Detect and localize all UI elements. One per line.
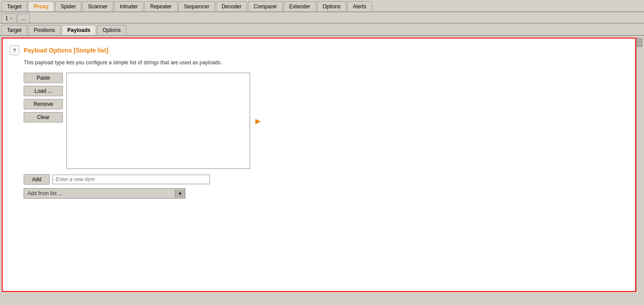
add-button[interactable]: Add — [24, 174, 50, 185]
tab-intruder[interactable]: Intruder — [114, 1, 143, 11]
section-desc: This payload type lets you configure a s… — [24, 60, 628, 66]
action-buttons: Paste Load ... Remove Clear — [24, 73, 63, 169]
payload-controls: Paste Load ... Remove Clear ▶ — [24, 73, 628, 169]
scrollbar — [636, 38, 642, 292]
session-tab-dots-label: ... — [21, 15, 26, 21]
session-tab-dots[interactable]: ... — [17, 14, 30, 23]
tab-repeater[interactable]: Repeater — [144, 1, 177, 11]
dropdown-arrow-icon[interactable]: ▼ — [175, 189, 185, 198]
main-content: ? Payload Options [Simple list] This pay… — [0, 36, 644, 294]
scrollbar-thumb[interactable] — [637, 38, 642, 47]
paste-button[interactable]: Paste — [24, 73, 63, 83]
tab-spider[interactable]: Spider — [55, 1, 82, 11]
sub-tab-options[interactable]: Options — [97, 25, 126, 35]
sub-tab-target[interactable]: Target — [1, 25, 27, 35]
payload-list[interactable] — [66, 73, 250, 169]
tab-decoder[interactable]: Decoder — [216, 1, 247, 11]
tab-proxy[interactable]: Proxy — [28, 1, 54, 11]
session-tab-1[interactable]: 1 × — [1, 14, 17, 23]
sub-tab-payloads[interactable]: Payloads — [62, 25, 96, 35]
section-title: Payload Options [Simple list] — [24, 47, 108, 54]
add-row: Add — [24, 174, 628, 185]
session-row: 1 × ... — [0, 12, 644, 24]
sub-tab-positions[interactable]: Positions — [28, 25, 61, 35]
expand-arrow-icon[interactable]: ▶ — [255, 73, 261, 169]
top-nav: Target Proxy Spider Scanner Intruder Rep… — [0, 0, 644, 12]
tab-options[interactable]: Options — [317, 1, 346, 11]
tab-alerts[interactable]: Alerts — [347, 1, 372, 11]
remove-button[interactable]: Remove — [24, 99, 63, 109]
sub-nav: Target Positions Payloads Options — [0, 24, 644, 36]
load-button[interactable]: Load ... — [24, 86, 63, 96]
help-icon[interactable]: ? — [10, 46, 19, 55]
tab-comparer[interactable]: Comparer — [248, 1, 282, 11]
tab-scanner[interactable]: Scanner — [82, 1, 113, 11]
add-from-list-label: Add from list ... — [24, 189, 175, 198]
session-close-icon[interactable]: × — [10, 16, 13, 21]
clear-button[interactable]: Clear — [24, 112, 63, 123]
tab-target[interactable]: Target — [1, 1, 27, 11]
payload-options-panel: ? Payload Options [Simple list] This pay… — [2, 38, 636, 292]
add-from-list-row: Add from list ... ▼ — [24, 188, 628, 199]
new-item-input[interactable] — [52, 175, 210, 184]
section-header: ? Payload Options [Simple list] — [10, 46, 628, 55]
tab-sequencer[interactable]: Sequencer — [178, 1, 215, 11]
session-tab-label: 1 — [5, 15, 8, 21]
add-from-list-dropdown[interactable]: Add from list ... ▼ — [24, 188, 185, 199]
tab-extender[interactable]: Extender — [284, 1, 316, 11]
